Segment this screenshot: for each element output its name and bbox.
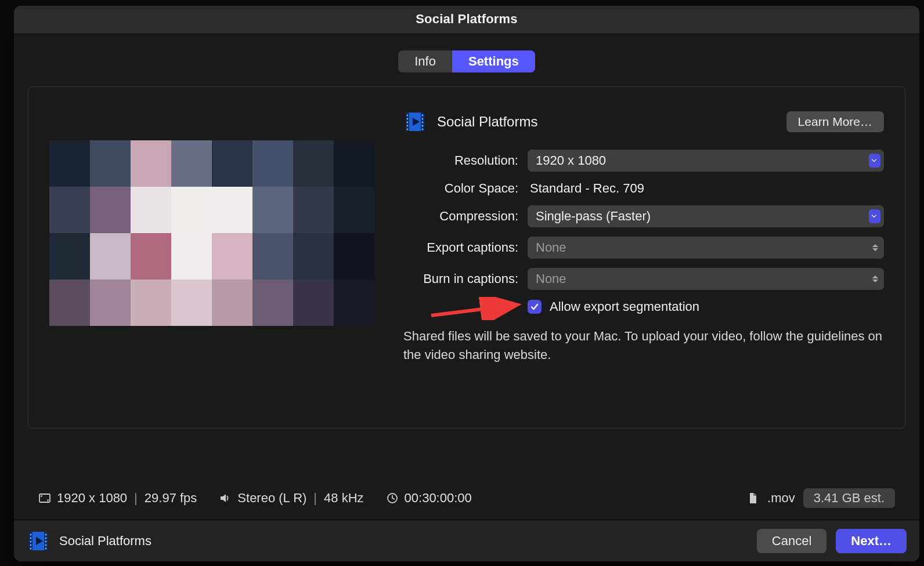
tab-settings[interactable]: Settings: [452, 50, 535, 72]
speaker-icon: [219, 492, 232, 505]
compression-value: Single-pass (Faster): [536, 209, 651, 224]
burnin-captions-value: None: [536, 271, 566, 286]
svg-rect-24: [334, 233, 374, 280]
svg-rect-30: [252, 280, 293, 326]
svg-rect-6: [252, 140, 293, 187]
allow-segmentation-row: Allow export segmentation: [528, 299, 884, 314]
compression-row: Compression: Single-pass (Faster): [403, 205, 884, 227]
stat-extension: .mov: [767, 491, 795, 506]
video-file-icon: [403, 110, 427, 133]
stat-size-estimate: 3.41 GB est.: [803, 488, 895, 508]
compression-label: Compression:: [403, 209, 518, 224]
svg-rect-13: [212, 187, 252, 233]
svg-point-59: [30, 547, 32, 549]
svg-point-36: [407, 115, 409, 117]
separator: |: [133, 491, 139, 506]
svg-rect-20: [171, 233, 212, 280]
next-button[interactable]: Next…: [836, 529, 907, 553]
svg-rect-1: [49, 140, 90, 187]
burnin-captions-picker[interactable]: None: [528, 268, 884, 290]
svg-rect-14: [252, 187, 293, 233]
stat-fps: 29.97 fps: [145, 491, 197, 506]
footer-destination-name: Social Platforms: [59, 534, 151, 549]
svg-rect-5: [212, 140, 252, 187]
share-sheet: Social Platforms Info Settings: [14, 6, 919, 561]
learn-more-button[interactable]: Learn More…: [786, 111, 884, 132]
svg-rect-22: [252, 233, 293, 280]
colorspace-label: Color Space:: [403, 181, 518, 196]
svg-line-48: [431, 305, 515, 315]
allow-segmentation-checkbox[interactable]: [528, 300, 542, 314]
video-file-icon: [27, 529, 50, 553]
svg-rect-27: [131, 280, 171, 326]
resolution-value: 1920 x 1080: [536, 153, 606, 168]
svg-rect-29: [212, 280, 252, 326]
sheet-header: Social Platforms: [14, 6, 919, 34]
arrow-annotation-icon: [429, 297, 522, 320]
colorspace-value: Standard - Rec. 709: [528, 181, 644, 196]
svg-rect-3: [131, 140, 171, 187]
stat-sample-rate: 48 kHz: [324, 491, 363, 506]
destination-name: Social Platforms: [437, 114, 537, 130]
resolution-label: Resolution:: [403, 153, 518, 168]
chevron-updown-icon: [872, 275, 878, 282]
svg-rect-11: [131, 187, 171, 233]
svg-rect-12: [171, 187, 212, 233]
tab-row: Info Settings: [28, 50, 905, 72]
export-captions-value: None: [536, 240, 566, 255]
sheet-title: Social Platforms: [14, 12, 919, 27]
stat-dimensions: 1920 x 1080: [57, 491, 127, 506]
colorspace-row: Color Space: Standard - Rec. 709: [403, 181, 884, 196]
stats-bar: 1920 x 1080 | 29.97 fps Stereo (L R) | 4…: [28, 482, 905, 514]
cancel-button[interactable]: Cancel: [757, 529, 826, 553]
svg-rect-15: [293, 187, 334, 233]
resolution-row: Resolution: 1920 x 1080: [403, 150, 884, 172]
separator: |: [312, 491, 318, 506]
chevron-updown-icon: [872, 244, 878, 251]
export-captions-picker[interactable]: None: [528, 237, 884, 259]
svg-rect-7: [293, 140, 334, 187]
compression-picker[interactable]: Single-pass (Faster): [528, 205, 884, 227]
svg-rect-26: [90, 280, 131, 326]
export-captions-label: Export captions:: [403, 240, 518, 255]
svg-point-45: [422, 129, 424, 130]
svg-rect-17: [49, 233, 90, 280]
svg-point-56: [30, 537, 32, 539]
svg-rect-8: [334, 140, 374, 187]
svg-rect-2: [90, 140, 131, 187]
svg-point-37: [407, 118, 409, 120]
svg-rect-4: [171, 140, 212, 187]
svg-point-42: [422, 118, 424, 120]
stat-audio: Stereo (L R): [237, 491, 306, 506]
frame-size-icon: [38, 492, 51, 505]
help-text: Shared files will be saved to your Mac. …: [403, 327, 884, 364]
destination-row: Social Platforms Learn More…: [403, 110, 884, 133]
svg-point-62: [45, 540, 47, 542]
tab-info[interactable]: Info: [398, 50, 452, 72]
svg-point-41: [422, 115, 424, 117]
footer-bar: Social Platforms Cancel Next…: [14, 520, 919, 561]
video-thumbnail: [49, 140, 374, 326]
export-captions-row: Export captions: None: [403, 237, 884, 259]
svg-rect-28: [171, 280, 212, 326]
tab-segmented-control: Info Settings: [398, 50, 535, 72]
svg-point-55: [30, 534, 32, 535]
preview-column: [49, 110, 374, 364]
svg-rect-18: [90, 233, 131, 280]
burnin-captions-label: Burn in captions:: [403, 271, 518, 286]
svg-point-38: [407, 122, 409, 124]
svg-point-44: [422, 125, 424, 127]
svg-point-43: [422, 122, 424, 124]
svg-point-39: [407, 125, 409, 127]
svg-rect-16: [334, 187, 374, 233]
svg-rect-23: [293, 233, 334, 280]
resolution-picker[interactable]: 1920 x 1080: [528, 150, 884, 172]
sheet-body: Info Settings: [14, 34, 919, 561]
svg-point-60: [45, 534, 47, 535]
svg-rect-19: [131, 233, 171, 280]
svg-point-58: [30, 544, 32, 546]
svg-point-40: [407, 129, 409, 130]
svg-rect-21: [212, 233, 252, 280]
settings-column: Social Platforms Learn More… Resolution:…: [403, 110, 884, 364]
svg-rect-9: [49, 187, 90, 233]
